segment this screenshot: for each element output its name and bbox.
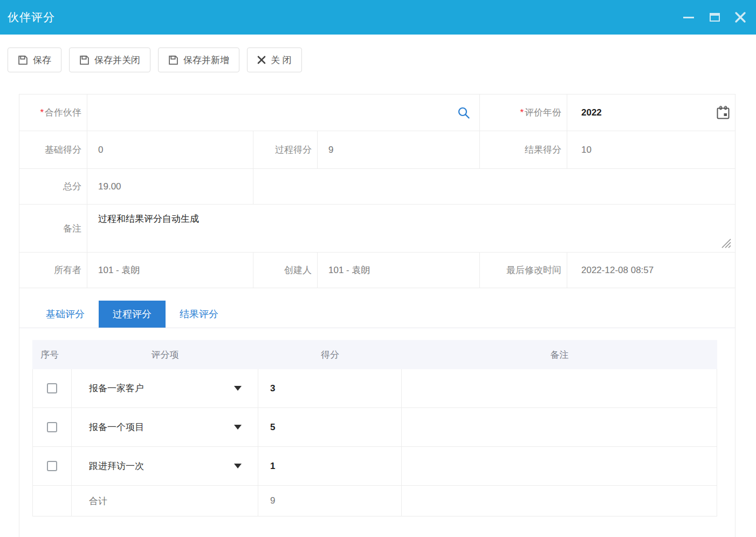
row-checkbox-cell [33,447,72,486]
partner-label: *合作伙伴 [19,94,87,131]
maximize-button[interactable] [709,11,720,23]
save-and-new-button-label: 保存并新增 [183,54,229,66]
remark-cell[interactable] [402,369,717,408]
close-icon [734,11,746,23]
last-modified-value: 2022-12-08 08:57 [567,253,735,288]
remark-value: 过程和结果评分自动生成 [98,213,199,225]
result-score-value: 10 [567,131,735,169]
score-cell[interactable]: 5 [258,408,402,447]
row-checkbox[interactable] [47,383,57,393]
dropdown-caret-icon [234,464,242,468]
form-row-partner: *合作伙伴 *评价年份 2022 [19,94,735,131]
item-select[interactable]: 跟进拜访一次 [72,447,258,486]
required-mark: * [40,107,44,118]
item-select[interactable]: 报备一个项目 [72,408,258,447]
window-controls [683,11,746,23]
creator-label: 创建人 [253,253,318,288]
form-row-meta: 所有者 101 - 袁朗 创建人 101 - 袁朗 最后修改时间 2022-12… [19,253,735,288]
creator-value: 101 - 袁朗 [318,253,480,288]
total-score-value: 19.00 [87,169,253,205]
dropdown-caret-icon [234,425,242,430]
dropdown-caret-icon [234,386,242,391]
header-seq: 序号 [32,349,72,361]
header-item: 评分项 [72,349,258,361]
save-button-label: 保存 [33,54,51,66]
total-remark-cell [402,486,717,516]
minimize-button[interactable] [683,11,695,23]
row-checkbox[interactable] [47,422,57,432]
close-button[interactable]: 关 闭 [247,47,302,72]
form-row-scores: 基础得分 0 过程得分 9 结果得分 10 [19,131,735,169]
base-score-value: 0 [87,131,253,169]
save-icon [168,55,178,65]
row-checkbox-cell [33,369,72,408]
window-title: 伙伴评分 [8,10,55,25]
remark-cell[interactable] [402,447,717,486]
owner-value: 101 - 袁朗 [87,253,253,288]
item-select-value: 跟进拜访一次 [89,460,144,472]
score-table: 序号 评分项 得分 备注 报备一家客户 3 报备一个项目 5 [32,340,717,516]
maximize-icon [710,13,720,22]
form-row-remark: 备注 过程和结果评分自动生成 [19,205,735,253]
total-empty-cell [33,486,72,516]
row-checkbox-cell [33,408,72,447]
close-window-button[interactable] [734,11,746,23]
form-row-total: 总分 19.00 [19,169,735,205]
score-cell[interactable]: 3 [258,369,402,408]
main-panel: *合作伙伴 *评价年份 2022 基础得分 0 过程得分 9 结果得 [19,94,736,537]
header-score: 得分 [258,349,402,361]
base-score-label: 基础得分 [19,131,87,169]
close-icon [257,56,266,64]
total-score-cell: 9 [258,486,402,516]
score-table-header: 序号 评分项 得分 备注 [32,340,717,369]
table-row: 报备一个项目 5 [32,408,717,447]
table-total-row: 合计 9 [32,486,717,516]
window-titlebar: 伙伴评分 [0,0,756,35]
partner-input[interactable] [87,94,480,131]
remark-label: 备注 [19,205,87,253]
total-score-label: 总分 [19,169,87,205]
header-remark: 备注 [402,349,717,361]
save-button[interactable]: 保存 [8,47,61,72]
required-mark: * [520,107,524,118]
tab-process-score[interactable]: 过程评分 [99,301,166,328]
year-value: 2022 [581,107,602,118]
process-score-value: 9 [318,131,480,169]
owner-label: 所有者 [19,253,87,288]
save-and-close-button[interactable]: 保存并关闭 [69,47,150,72]
process-score-label: 过程得分 [253,131,318,169]
search-icon[interactable] [457,106,471,120]
save-icon [18,55,28,65]
save-and-new-button[interactable]: 保存并新增 [158,47,239,72]
score-cell[interactable]: 1 [258,447,402,486]
year-input[interactable]: 2022 [567,94,735,131]
table-row: 跟进拜访一次 1 [32,447,717,486]
tab-base-score[interactable]: 基础评分 [32,301,99,328]
resize-handle-icon[interactable] [720,237,732,249]
year-label: *评价年份 [480,94,567,131]
tab-bar: 基础评分 过程评分 结果评分 [19,301,735,328]
toolbar: 保存 保存并关闭 保存并新增 关 闭 [8,47,756,72]
remark-textarea[interactable]: 过程和结果评分自动生成 [87,205,735,253]
last-modified-label: 最后修改时间 [480,253,567,288]
row-checkbox[interactable] [47,461,57,471]
total-label-cell: 合计 [72,486,258,516]
result-score-label: 结果得分 [480,131,567,169]
item-select-value: 报备一个项目 [89,421,144,433]
item-select-value: 报备一家客户 [89,382,144,395]
save-and-close-button-label: 保存并关闭 [94,54,140,66]
item-select[interactable]: 报备一家客户 [72,369,258,408]
table-row: 报备一家客户 3 [32,369,717,408]
tab-result-score[interactable]: 结果评分 [166,301,232,328]
minimize-icon [683,17,694,18]
save-icon [79,55,90,65]
remark-cell[interactable] [402,408,717,447]
close-button-label: 关 闭 [271,54,292,66]
total-row-empty [253,169,735,205]
calendar-icon[interactable] [716,105,731,120]
